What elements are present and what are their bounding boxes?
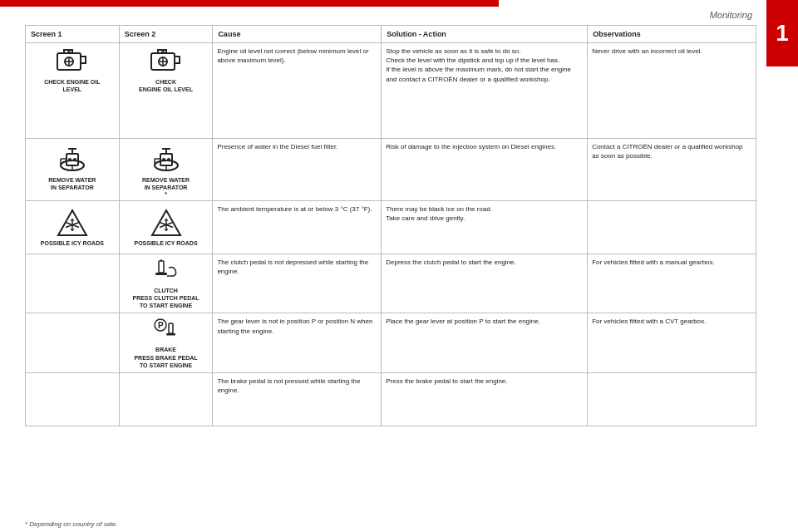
observations-cell-icy	[588, 201, 756, 254]
solution-cell-oil: Stop the vehicle as soon as it is safe t…	[382, 43, 588, 139]
water-separator-icon	[55, 142, 90, 174]
screen1-cell-water: REMOVE WATERIN SEPARATOR	[26, 139, 120, 201]
top-bar	[0, 0, 499, 7]
cause-cell-brake2: The brake pedal is not pressed while sta…	[213, 372, 382, 426]
svg-point-20	[162, 158, 165, 161]
observations-cell-oil: Never drive with an incorrect oil level.	[588, 43, 756, 139]
cause-cell-water: Presence of water in the Diesel fuel fil…	[213, 139, 382, 201]
observations-cell-clutch: For vehicles fitted with a manual gearbo…	[588, 254, 756, 313]
screen1-cell-brake	[26, 313, 120, 372]
screen2-cell-brake2	[119, 372, 213, 426]
svg-point-13	[73, 158, 76, 161]
screen2-label-brake: BRAKEPRESS BRAKE PEDALTO START ENGINE	[134, 346, 197, 368]
screen1-cell-icy: POSSIBLE ICY ROADS	[26, 201, 120, 254]
screen1-label-water: REMOVE WATERIN SEPARATOR	[48, 176, 96, 191]
solution-cell-clutch: Depress the clutch pedal to start the en…	[382, 254, 588, 313]
col-header-screen1: Screen 1	[26, 26, 120, 43]
solution-cell-brake2: Press the brake pedal to start the engin…	[382, 372, 588, 426]
brake-icon: P	[150, 317, 182, 343]
col-header-screen2: Screen 2	[119, 26, 213, 43]
screen1-cell-brake2	[26, 372, 120, 426]
clutch-icon	[150, 258, 182, 284]
cause-cell-oil: Engine oil level not correct (below mini…	[213, 43, 382, 139]
screen2-label-oil: CHECKENGINE OIL LEVEL	[139, 78, 193, 93]
svg-point-12	[68, 158, 71, 161]
engine-oil-icon	[56, 47, 89, 76]
page-number-tab: 1	[766, 0, 798, 66]
screen2-cell-clutch: CLUTCHPRESS CLUTCH PEDALTO START ENGINE	[119, 254, 213, 313]
col-header-cause: Cause	[213, 26, 382, 43]
engine-oil-icon-2	[150, 47, 183, 76]
svg-text:P: P	[158, 321, 164, 330]
observations-cell-brake2	[588, 372, 756, 426]
screen2-cell-oil: CHECKENGINE OIL LEVEL	[119, 43, 213, 139]
table-row: POSSIBLE ICY ROADS	[26, 201, 756, 254]
table-row: CHECK ENGINE OILLEVEL	[26, 43, 756, 139]
table-row: P BRAKEPRESS BRAKE PEDALTO START ENGINE …	[26, 313, 756, 372]
page-number: 1	[776, 20, 789, 47]
svg-rect-45	[169, 323, 173, 333]
screen2-label-clutch: CLUTCHPRESS CLUTCH PEDALTO START ENGINE	[132, 287, 199, 309]
main-table-wrapper: Screen 1 Screen 2 Cause Solution - Actio…	[25, 25, 756, 499]
table-row: CLUTCHPRESS CLUTCH PEDALTO START ENGINE …	[26, 254, 756, 313]
solution-cell-water: Risk of damage to the injection system o…	[382, 139, 588, 201]
footnote: * Depending on country of sale.	[25, 520, 118, 528]
screen2-cell-water: REMOVE WATERIN SEPARATOR *	[119, 139, 213, 201]
screen2-cell-icy: POSSIBLE ICY ROADS	[119, 201, 213, 254]
water-separator-icon-2	[149, 142, 184, 174]
observations-cell-water: Contact a CITROËN dealer or a qualified …	[588, 139, 756, 201]
svg-rect-41	[155, 273, 167, 275]
cause-cell-icy: The ambient temperature is at or below 3…	[213, 201, 382, 254]
screen1-cell-oil: CHECK ENGINE OILLEVEL	[26, 43, 120, 139]
col-header-solution: Solution - Action	[382, 26, 588, 43]
col-header-observations: Observations	[588, 26, 756, 43]
icy-roads-icon	[57, 209, 88, 237]
svg-point-21	[167, 158, 170, 161]
table-row: REMOVE WATERIN SEPARATOR	[26, 139, 756, 201]
screen2-cell-brake: P BRAKEPRESS BRAKE PEDALTO START ENGINE	[119, 313, 213, 372]
page-title: Monitoring	[710, 10, 752, 20]
solution-cell-brake: Place the gear lever at position P to st…	[382, 313, 588, 372]
screen2-label-icy: POSSIBLE ICY ROADS	[134, 239, 197, 247]
observations-cell-brake: For vehicles fitted with a CVT gearbox.	[588, 313, 756, 372]
screen2-label-water: REMOVE WATERIN SEPARATOR	[142, 176, 190, 191]
screen1-cell-clutch	[26, 254, 120, 313]
svg-rect-46	[166, 333, 175, 336]
table-row: The brake pedal is not pressed while sta…	[26, 372, 756, 426]
cause-cell-brake: The gear lever is not in position P or p…	[213, 313, 382, 372]
main-table: Screen 1 Screen 2 Cause Solution - Actio…	[25, 25, 756, 426]
cause-cell-clutch: The clutch pedal is not depressed while …	[213, 254, 382, 313]
icy-roads-icon-2	[150, 209, 182, 237]
screen1-label-icy: POSSIBLE ICY ROADS	[41, 239, 104, 247]
screen1-label-oil: CHECK ENGINE OILLEVEL	[44, 78, 100, 93]
svg-rect-40	[159, 261, 164, 273]
solution-cell-icy: There may be black ice on the road. Take…	[382, 201, 588, 254]
